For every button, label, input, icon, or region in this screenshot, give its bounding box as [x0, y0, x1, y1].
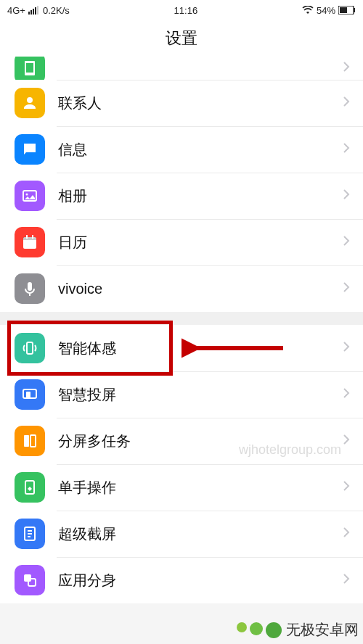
row-label: vivoice — [58, 281, 343, 297]
chevron-right-icon — [343, 573, 350, 587]
svg-rect-12 — [26, 235, 28, 239]
row-label: 分屏多任务 — [58, 432, 343, 451]
settings-row-split[interactable]: 分屏多任务 — [0, 418, 363, 464]
svg-rect-6 — [354, 8, 355, 12]
logo-text: 无极安卓网 — [286, 620, 359, 640]
chevron-right-icon — [343, 434, 350, 448]
page-title: 设置 — [0, 20, 363, 57]
svg-rect-7 — [340, 7, 347, 13]
battery-icon — [338, 6, 356, 15]
settings-row-messages[interactable]: 信息 — [0, 126, 363, 173]
chevron-right-icon — [343, 189, 350, 203]
status-time: 11:16 — [174, 5, 198, 16]
chevron-right-icon — [343, 387, 350, 402]
svg-rect-1 — [30, 10, 32, 15]
gallery-icon — [15, 181, 45, 211]
settings-group-1: 联系人信息相册日历vivoice — [0, 57, 363, 312]
clone-icon — [15, 565, 45, 595]
site-logo: 无极安卓网 — [237, 620, 359, 640]
settings-row-phone[interactable] — [0, 57, 363, 80]
row-label: 日历 — [58, 233, 343, 252]
svg-rect-11 — [23, 237, 36, 240]
row-label: 信息 — [58, 140, 343, 160]
group-separator — [0, 312, 363, 325]
signal-icon — [28, 6, 40, 15]
settings-row-clone[interactable]: 应用分身 — [0, 557, 363, 603]
onehand-icon — [15, 472, 45, 503]
row-label: 智慧投屏 — [58, 385, 343, 405]
wifi-icon — [302, 6, 314, 15]
row-label: 智能体感 — [58, 339, 343, 358]
battery-pct: 54% — [317, 5, 335, 16]
settings-row-motion[interactable]: 智能体感 — [0, 325, 363, 371]
split-icon — [15, 426, 45, 456]
settings-row-screenshot[interactable]: 超级截屏 — [0, 511, 363, 557]
svg-rect-2 — [33, 9, 34, 15]
chevron-right-icon — [343, 527, 350, 541]
status-bar: 4G+ 0.2K/s 11:16 54% — [0, 0, 363, 20]
svg-rect-20 — [30, 435, 36, 447]
row-label: 相册 — [58, 186, 343, 206]
network-label: 4G+ — [7, 5, 25, 16]
svg-rect-0 — [28, 12, 30, 15]
cast-icon — [15, 379, 45, 410]
row-label: 超级截屏 — [58, 524, 343, 544]
speed-label: 0.2K/s — [43, 5, 70, 16]
settings-row-mic[interactable]: vivoice — [0, 265, 363, 312]
calendar-icon — [15, 227, 45, 257]
svg-rect-16 — [27, 342, 33, 354]
svg-rect-14 — [28, 282, 32, 291]
phone-icon — [15, 57, 45, 80]
settings-row-onehand[interactable]: 单手操作 — [0, 464, 363, 511]
messages-icon — [15, 134, 45, 165]
chevron-right-icon — [343, 61, 350, 75]
mic-icon — [15, 273, 45, 304]
svg-rect-18 — [26, 392, 30, 399]
chevron-right-icon — [343, 96, 350, 110]
motion-icon — [15, 333, 45, 363]
settings-group-2: 智能体感智慧投屏分屏多任务单手操作超级截屏应用分身 — [0, 325, 363, 603]
settings-row-contacts[interactable]: 联系人 — [0, 80, 363, 126]
svg-point-9 — [26, 194, 28, 196]
contacts-icon — [15, 88, 45, 118]
status-right: 54% — [302, 5, 356, 16]
screenshot-icon — [15, 519, 45, 549]
logo-dots-icon — [237, 622, 282, 638]
row-label: 应用分身 — [58, 571, 343, 590]
svg-rect-4 — [37, 6, 38, 15]
chevron-right-icon — [343, 142, 350, 157]
row-label: 联系人 — [58, 94, 343, 113]
chevron-right-icon — [343, 480, 350, 495]
row-label: 单手操作 — [58, 478, 343, 498]
svg-rect-13 — [32, 235, 33, 239]
chevron-right-icon — [343, 341, 350, 355]
svg-rect-3 — [35, 7, 36, 15]
svg-rect-19 — [24, 435, 29, 447]
settings-row-calendar[interactable]: 日历 — [0, 219, 363, 265]
status-left: 4G+ 0.2K/s — [7, 5, 70, 16]
chevron-right-icon — [343, 281, 350, 296]
settings-row-gallery[interactable]: 相册 — [0, 173, 363, 219]
chevron-right-icon — [343, 235, 350, 249]
settings-row-cast[interactable]: 智慧投屏 — [0, 371, 363, 418]
